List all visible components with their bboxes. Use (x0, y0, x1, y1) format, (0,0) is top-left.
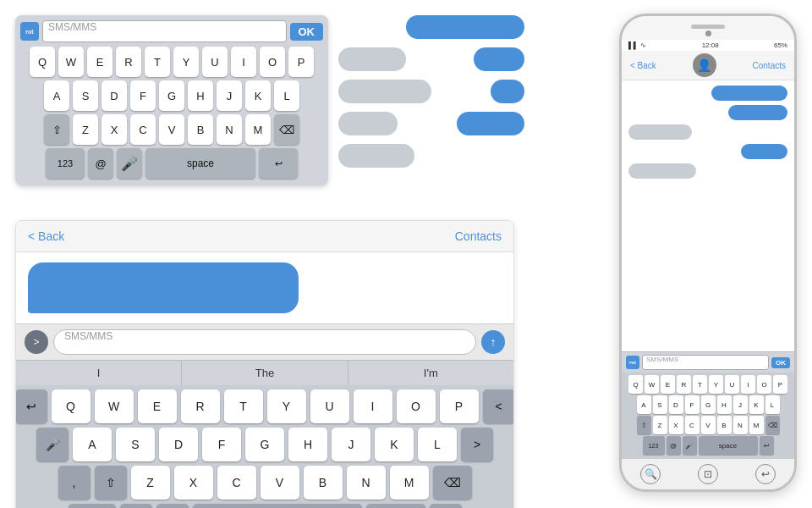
prediction-the[interactable]: The (182, 361, 348, 385)
key-u[interactable]: U (202, 47, 228, 77)
pkey-space[interactable]: space (699, 436, 758, 455)
key-shift[interactable]: ⇧ (44, 114, 69, 145)
fkey-space[interactable]: space (193, 504, 362, 508)
pkey-k[interactable]: K (749, 395, 764, 414)
key-v[interactable]: V (159, 114, 184, 145)
phone-search-btn[interactable]: 🔍 (640, 464, 661, 484)
phone-home-btn[interactable]: ⊡ (698, 464, 718, 484)
fkey-d[interactable]: D (159, 428, 198, 461)
pkey-s[interactable]: S (653, 395, 667, 414)
prediction-i[interactable]: I (16, 361, 182, 385)
message-input[interactable]: SMS/MMS (53, 329, 476, 355)
phone-ok-button[interactable]: OK (771, 357, 790, 368)
fkey-undo[interactable]: ↩ (15, 389, 47, 423)
back-button[interactable]: < Back (28, 229, 64, 243)
pkey-backspace[interactable]: ⌫ (765, 416, 780, 434)
key-mic[interactable]: 🎤 (117, 148, 142, 179)
fkey-n[interactable]: N (347, 466, 386, 500)
fkey-y[interactable]: Y (267, 389, 306, 423)
key-e[interactable]: E (87, 47, 112, 77)
fkey-globe[interactable]: 🌐 (120, 504, 152, 508)
key-l[interactable]: L (274, 80, 299, 111)
fkey-b[interactable]: B (304, 466, 343, 500)
pkey-z[interactable]: Z (653, 416, 667, 434)
key-123[interactable]: 123 (46, 148, 85, 179)
pkey-b[interactable]: B (717, 416, 732, 434)
fkey-g[interactable]: G (245, 428, 284, 461)
pkey-o[interactable]: O (757, 375, 771, 394)
fkey-p[interactable]: P (440, 389, 479, 423)
fkey-z[interactable]: Z (131, 466, 170, 500)
fkey-c[interactable]: C (217, 466, 256, 500)
fkey-x[interactable]: X (174, 466, 213, 500)
fkey-s[interactable]: S (116, 428, 155, 461)
key-j[interactable]: J (217, 80, 242, 111)
pkey-e[interactable]: E (661, 375, 675, 394)
pkey-a[interactable]: A (637, 395, 651, 414)
key-i[interactable]: I (231, 47, 256, 77)
phone-back-button[interactable]: < Back (630, 61, 656, 70)
pkey-m[interactable]: M (749, 416, 764, 434)
pkey-q[interactable]: Q (628, 375, 643, 394)
pkey-123[interactable]: 123 (643, 436, 665, 455)
key-y[interactable]: Y (173, 47, 199, 77)
key-n[interactable]: N (217, 114, 242, 145)
phone-back-btn[interactable]: ↩ (755, 464, 776, 484)
fkey-r[interactable]: R (181, 389, 220, 423)
fkey-t[interactable]: T (224, 389, 263, 423)
fkey-search[interactable]: 🔍 (430, 504, 462, 508)
pkey-l[interactable]: L (765, 395, 780, 414)
fkey-i[interactable]: I (354, 389, 392, 423)
key-d[interactable]: D (102, 80, 127, 111)
pkey-h[interactable]: H (717, 395, 732, 414)
pkey-mic[interactable]: 🎤 (683, 436, 697, 455)
fkey-q[interactable]: Q (52, 389, 91, 423)
fkey-e[interactable]: E (138, 389, 177, 423)
key-q[interactable]: Q (30, 47, 55, 77)
ok-button-simple[interactable]: OK (290, 23, 324, 41)
pkey-d[interactable]: D (669, 395, 683, 414)
send-button[interactable]: ↑ (481, 330, 505, 354)
fkey-del[interactable]: < (483, 389, 515, 423)
contacts-button[interactable]: Contacts (455, 229, 502, 243)
phone-sms-input[interactable]: SMS/MMS (642, 355, 769, 370)
fkey-a[interactable]: A (73, 428, 112, 461)
key-t[interactable]: T (145, 47, 170, 77)
fkey-k[interactable]: K (375, 428, 414, 461)
key-c[interactable]: C (130, 114, 156, 145)
key-space[interactable]: space (145, 148, 255, 179)
key-f[interactable]: F (130, 80, 156, 111)
fkey-u[interactable]: U (310, 389, 349, 423)
key-backspace[interactable]: ⌫ (274, 114, 299, 145)
key-x[interactable]: X (102, 114, 127, 145)
key-g[interactable]: G (159, 80, 184, 111)
fkey-o[interactable]: O (397, 389, 436, 423)
key-at[interactable]: @ (88, 148, 113, 179)
fkey-l[interactable]: L (418, 428, 457, 461)
pkey-c[interactable]: C (685, 416, 700, 434)
pkey-w[interactable]: W (645, 375, 659, 394)
key-s[interactable]: S (73, 80, 98, 111)
fkey-j[interactable]: J (332, 428, 370, 461)
phone-contacts-button[interactable]: Contacts (753, 61, 786, 70)
prediction-im[interactable]: I'm (348, 361, 513, 385)
pkey-g[interactable]: G (701, 395, 716, 414)
fkey-w[interactable]: W (95, 389, 134, 423)
key-return[interactable]: ↩ (259, 148, 298, 179)
fkey-123[interactable]: 123 (69, 504, 116, 508)
key-o[interactable]: O (260, 47, 285, 77)
pkey-return[interactable]: ↩ (760, 436, 774, 455)
pkey-i[interactable]: I (741, 375, 755, 394)
pkey-v[interactable]: V (701, 416, 716, 434)
key-w[interactable]: W (58, 47, 84, 77)
key-z[interactable]: Z (73, 114, 98, 145)
fkey-h[interactable]: H (288, 428, 327, 461)
fkey-heart[interactable]: ♥ (156, 504, 189, 508)
pkey-y[interactable]: Y (709, 375, 723, 394)
fkey-v[interactable]: V (261, 466, 299, 500)
pkey-x[interactable]: X (669, 416, 683, 434)
key-r[interactable]: R (116, 47, 141, 77)
sms-input-simple[interactable]: SMS/MMS (42, 20, 287, 42)
pkey-r[interactable]: R (677, 375, 691, 394)
fkey-return[interactable]: return (366, 504, 425, 508)
